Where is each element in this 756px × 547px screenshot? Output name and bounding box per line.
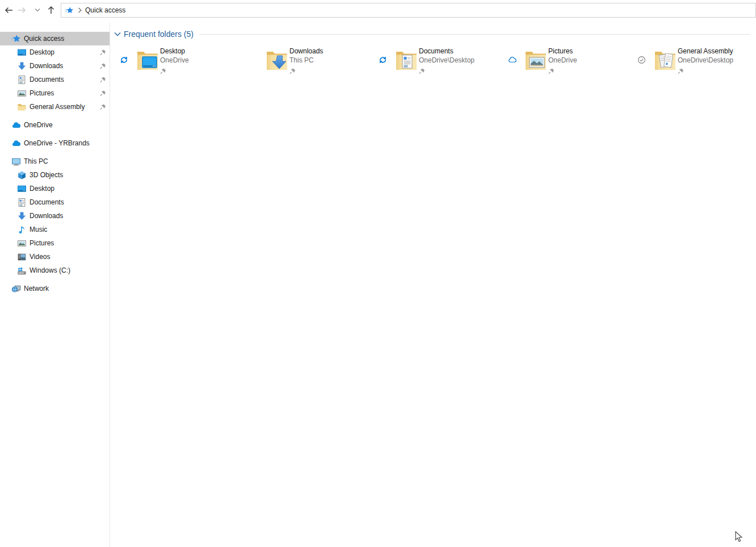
sidebar-item-videos[interactable]: Videos (0, 250, 110, 264)
quick-access-star-icon (11, 34, 21, 44)
file-explorer-window: Quick access Quick access Desktop Downlo… (0, 0, 756, 547)
downloads-folder-icon (266, 47, 288, 74)
sidebar-item-desktop-pc[interactable]: Desktop (0, 182, 110, 195)
group-header-rule (199, 34, 750, 35)
tile-location: This PC (289, 56, 323, 65)
sidebar-item-music[interactable]: Music (0, 223, 110, 236)
frequent-folders-group-header: Frequent folders (5) (114, 28, 750, 40)
quick-access-star-icon (65, 6, 74, 15)
tile-location: OneDrive\Desktop (419, 56, 474, 65)
pin-icon (100, 62, 106, 71)
sidebar-item-label: OneDrive (24, 121, 53, 129)
up-arrow-icon (47, 5, 56, 15)
pin-icon (100, 49, 106, 57)
tile-name: Desktop (160, 47, 189, 56)
tile-general-assembly[interactable]: General Assembly OneDrive\Desktop (635, 45, 756, 78)
pictures-folder-icon (524, 47, 547, 74)
music-icon (17, 225, 27, 235)
sidebar-item-documents-pc[interactable]: Documents (0, 195, 110, 209)
videos-icon (17, 252, 27, 262)
sidebar-item-label: Desktop (30, 48, 54, 56)
documents-folder-icon (395, 47, 418, 74)
back-arrow-icon (4, 6, 14, 15)
sidebar-item-pictures[interactable]: Pictures (0, 86, 110, 100)
sidebar-item-label: Documents (30, 76, 64, 83)
sidebar-item-onedrive[interactable]: OneDrive (0, 118, 110, 132)
pictures-icon (17, 89, 27, 98)
onedrive-cloud-icon (11, 120, 21, 130)
tile-location: OneDrive (160, 56, 189, 65)
sidebar-item-label: 3D Objects (30, 171, 63, 179)
sync-icon (379, 56, 387, 66)
sidebar-item-label: Documents (30, 198, 64, 206)
breadcrumb-chevron-icon[interactable] (78, 7, 82, 13)
cloud-status-icon (508, 56, 516, 66)
sidebar-item-general-assembly[interactable]: General Assembly (0, 100, 110, 114)
forward-button[interactable] (15, 3, 28, 17)
up-button[interactable] (44, 3, 58, 17)
pin-icon (419, 66, 474, 77)
onedrive-cloud-icon (11, 139, 21, 148)
group-header-label[interactable]: Frequent folders (5) (124, 30, 194, 39)
downloads-icon (17, 61, 27, 71)
network-icon (11, 284, 21, 294)
address-bar[interactable]: Quick access (61, 3, 756, 18)
documents-icon (17, 198, 27, 207)
sidebar-item-label: Desktop (30, 185, 54, 193)
tile-name: Downloads (289, 47, 323, 56)
sidebar-item-3d-objects[interactable]: 3D Objects (0, 168, 110, 182)
sidebar-item-downloads[interactable]: Downloads (0, 59, 110, 73)
sidebar-item-quick-access[interactable]: Quick access (0, 32, 110, 45)
papers-folder-icon (654, 47, 677, 74)
sidebar-item-label: Music (30, 226, 47, 233)
tile-pictures[interactable]: Pictures OneDrive (505, 45, 635, 78)
tile-downloads[interactable]: Downloads This PC (246, 45, 376, 78)
pin-icon (100, 103, 106, 112)
tile-location: OneDrive\Desktop (678, 56, 733, 65)
sidebar-item-label: This PC (24, 157, 48, 165)
sidebar-item-label: Quick access (24, 35, 64, 43)
this-pc-icon (11, 157, 21, 166)
tile-desktop[interactable]: Desktop OneDrive (117, 45, 246, 78)
pin-icon (289, 66, 323, 77)
desktop-icon (17, 184, 27, 194)
sidebar-item-documents[interactable]: Documents (0, 73, 110, 86)
pin-icon (160, 66, 189, 77)
tile-name: Pictures (548, 47, 577, 56)
sidebar-item-label: Videos (30, 253, 50, 261)
tile-documents[interactable]: Documents OneDrive\Desktop (376, 45, 505, 78)
folder-icon (17, 102, 27, 112)
back-button[interactable] (2, 3, 16, 17)
desktop-folder-icon (136, 47, 159, 74)
sidebar-item-label: Downloads (30, 62, 63, 70)
sidebar-item-onedrive-yrbrands[interactable]: OneDrive - YRBrands (0, 136, 110, 150)
forward-arrow-icon (16, 6, 27, 15)
sidebar-item-label: OneDrive - YRBrands (24, 139, 90, 147)
sidebar-item-this-pc[interactable]: This PC (0, 155, 110, 168)
tile-name: General Assembly (678, 47, 733, 56)
pictures-icon (17, 239, 27, 248)
sidebar-item-label: General Assembly (30, 103, 85, 111)
sidebar-item-label: Downloads (30, 212, 63, 220)
sidebar-item-downloads-pc[interactable]: Downloads (0, 209, 110, 223)
documents-icon (17, 75, 27, 85)
tile-name: Documents (419, 47, 474, 56)
downloads-icon (17, 211, 27, 221)
content-pane: Frequent folders (5) Desktop OneDrive Do… (110, 20, 756, 547)
breadcrumb[interactable]: Quick access (85, 6, 125, 14)
recent-locations-button[interactable] (31, 3, 44, 17)
collapse-chevron-icon[interactable] (114, 32, 121, 37)
sidebar-item-windows-c[interactable]: Windows (C:) (0, 264, 110, 277)
3d-objects-icon (17, 170, 27, 180)
pin-icon (678, 66, 733, 77)
desktop-icon (17, 48, 27, 57)
sidebar-item-label: Windows (C:) (30, 266, 70, 274)
sidebar-item-desktop[interactable]: Desktop (0, 45, 110, 59)
sidebar-item-network[interactable]: Network (0, 282, 110, 295)
pin-icon (548, 66, 577, 77)
pin-icon (100, 76, 106, 85)
sidebar-item-label: Pictures (30, 239, 54, 247)
sync-icon (120, 56, 128, 66)
chevron-down-icon (35, 8, 40, 12)
sidebar-item-pictures-pc[interactable]: Pictures (0, 236, 110, 250)
